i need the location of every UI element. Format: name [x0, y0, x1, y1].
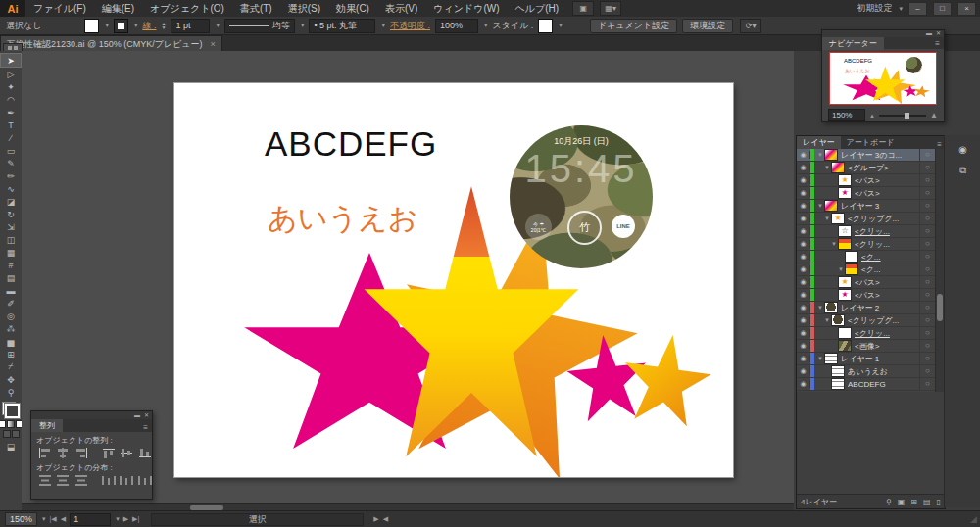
pen-tool[interactable]: ✒	[1, 106, 21, 119]
layer-name[interactable]: <画像>	[855, 341, 919, 352]
visibility-eye-icon[interactable]: ◉	[797, 151, 810, 159]
layer-name[interactable]: <クリップグ...	[848, 214, 919, 224]
layer-thumbnail[interactable]	[824, 200, 838, 212]
lasso-tool[interactable]: ◠	[1, 93, 21, 106]
visibility-eye-icon[interactable]: ◉	[797, 176, 810, 184]
layer-thumbnail[interactable]	[831, 378, 845, 390]
menu-効果[interactable]: 効果(C)	[328, 0, 377, 17]
preferences-button[interactable]: 環境設定	[682, 19, 733, 33]
visibility-eye-icon[interactable]: ◉	[797, 291, 810, 299]
layer-name[interactable]: レイヤー 3のコ...	[841, 150, 919, 161]
hand-tool[interactable]: ✥	[1, 373, 21, 386]
disclosure-triangle-icon[interactable]: ▼	[816, 356, 824, 361]
distribute-vertical-top-icon[interactable]	[37, 474, 52, 487]
target-circle-icon[interactable]: ○	[919, 251, 935, 263]
layer-row[interactable]: ◉▼<クリッ...○	[797, 238, 945, 251]
layer-thumbnail[interactable]: ★	[838, 174, 852, 186]
brush-dropdown-icon[interactable]: ▾	[381, 22, 385, 29]
visibility-eye-icon[interactable]: ◉	[797, 227, 810, 235]
new-sublayer-icon[interactable]: ⊞	[910, 498, 917, 506]
free-transform-tool[interactable]: ▦	[1, 246, 21, 259]
layer-thumbnail[interactable]: ☆	[838, 225, 852, 237]
scale-tool[interactable]: ⇲	[1, 220, 21, 233]
menu-編集[interactable]: 編集(E)	[94, 0, 142, 17]
layer-thumbnail[interactable]	[845, 251, 858, 263]
status-expand-icon[interactable]: ▶	[373, 515, 378, 523]
align-vertical-middle-icon[interactable]	[119, 447, 133, 459]
menu-表示[interactable]: 表示(V)	[377, 0, 425, 17]
navigator-menu-icon[interactable]: ≡	[935, 39, 944, 48]
target-circle-icon[interactable]: ○	[919, 378, 935, 390]
target-circle-icon[interactable]: ○	[919, 200, 935, 212]
layer-name[interactable]: <パス>	[855, 290, 919, 301]
paintbrush-tool[interactable]: ✎	[1, 157, 21, 169]
stroke-width-field[interactable]: 1 pt	[171, 19, 210, 33]
layers-scrollbar-thumb[interactable]	[937, 294, 943, 321]
layer-thumbnail[interactable]	[838, 327, 852, 339]
menu-オブジェクト[interactable]: オブジェクト(O)	[142, 0, 232, 17]
layer-thumbnail[interactable]	[838, 340, 852, 352]
visibility-eye-icon[interactable]: ◉	[797, 189, 810, 197]
stroke-swatch[interactable]	[114, 19, 128, 33]
tab-layers[interactable]: レイヤー	[797, 136, 841, 149]
disclosure-triangle-icon[interactable]: ▼	[823, 317, 831, 323]
navigator-preview[interactable]: ABCDEFG あいうえお	[829, 52, 937, 105]
disclosure-triangle-icon[interactable]: ▼	[837, 266, 845, 272]
align-panel-menu-icon[interactable]: ≡	[143, 423, 152, 432]
prev-artboard-icon[interactable]: ◀	[61, 515, 66, 523]
layer-thumbnail[interactable]	[845, 264, 858, 275]
shape-builder-tool[interactable]: ◫	[1, 233, 21, 246]
align-close-icon[interactable]: ✕	[144, 412, 149, 418]
target-circle-icon[interactable]: ○	[919, 327, 935, 339]
layer-name[interactable]: <クリッ...	[855, 239, 919, 250]
align-horizontal-right-icon[interactable]	[74, 447, 88, 459]
stroke-width-stepper[interactable]: ▲▼	[161, 22, 166, 29]
zoom-tool[interactable]: ⚲	[1, 386, 21, 399]
tab-close-icon[interactable]: ×	[211, 39, 216, 49]
layer-row[interactable]: ◉▼<クリップグ...○	[797, 314, 945, 327]
visibility-eye-icon[interactable]: ◉	[797, 240, 810, 248]
column-graph-tool[interactable]: ▅	[1, 335, 21, 348]
layer-thumbnail[interactable]: ★	[838, 276, 852, 288]
workspace-switcher[interactable]: 初期設定	[857, 2, 892, 15]
layer-thumbnail[interactable]: ★	[838, 289, 852, 301]
menu-書式[interactable]: 書式(T)	[232, 0, 280, 17]
layer-row[interactable]: ◉☆<クリッ...○	[797, 225, 945, 238]
align-horizontal-center-icon[interactable]	[55, 447, 70, 459]
visibility-eye-icon[interactable]: ◉	[797, 367, 810, 375]
document-tab[interactable]: 互換性確認21230.ai @ 150% (CMYK/プレビュー) ×	[0, 35, 222, 51]
layer-row[interactable]: ◉<ク...○	[797, 251, 945, 264]
layer-name[interactable]: レイヤー 2	[841, 303, 919, 313]
eyedropper-tool[interactable]: ✐	[1, 297, 21, 310]
navigator-zoom-field[interactable]: 150%	[828, 109, 865, 121]
tab-artboards[interactable]: アートボード	[841, 136, 901, 149]
target-circle-icon[interactable]: ○	[919, 174, 935, 186]
color-mode-icon[interactable]	[0, 420, 6, 428]
disclosure-triangle-icon[interactable]: ▼	[816, 203, 824, 209]
align-minimize-icon[interactable]: ▬	[134, 412, 140, 418]
artboard[interactable]: ABCDEFG あいうえお 10月26日 (日) 15:45 今 ☂20|1℃ …	[174, 83, 733, 477]
layer-name[interactable]: <パス>	[855, 175, 919, 186]
layer-row[interactable]: ◉<画像>○	[797, 340, 945, 353]
draw-behind-icon[interactable]	[12, 430, 20, 438]
stroke-dropdown-icon[interactable]: ▾	[134, 22, 138, 29]
layer-thumbnail[interactable]	[824, 353, 838, 364]
screen-mode-icon[interactable]: ⬓	[1, 440, 21, 453]
visibility-eye-icon[interactable]: ◉	[797, 215, 810, 222]
layer-name[interactable]: <クリッ...	[855, 226, 919, 237]
layer-name[interactable]: <ク...	[861, 252, 919, 263]
locate-object-icon[interactable]: ⚲	[886, 498, 892, 506]
stroke-panel-link[interactable]: 線 :	[142, 20, 156, 32]
visibility-eye-icon[interactable]: ◉	[797, 329, 810, 337]
align-vertical-top-icon[interactable]	[101, 447, 116, 459]
layer-row[interactable]: ◉ABCDEFG○	[797, 378, 945, 391]
first-artboard-icon[interactable]: |◀	[50, 515, 57, 523]
fill-dropdown-icon[interactable]: ▾	[105, 22, 109, 29]
navigator-minimize-icon[interactable]: ▬	[926, 30, 932, 37]
distribute-horizontal-left-icon[interactable]	[101, 474, 116, 487]
artboard-tool[interactable]: ⊞	[1, 348, 21, 360]
restore-button[interactable]: □	[933, 2, 952, 16]
width-tool[interactable]: ∿	[1, 182, 21, 195]
layer-name[interactable]: ABCDEFG	[848, 380, 919, 389]
workspace-dropdown-icon[interactable]: ▾	[899, 5, 903, 13]
